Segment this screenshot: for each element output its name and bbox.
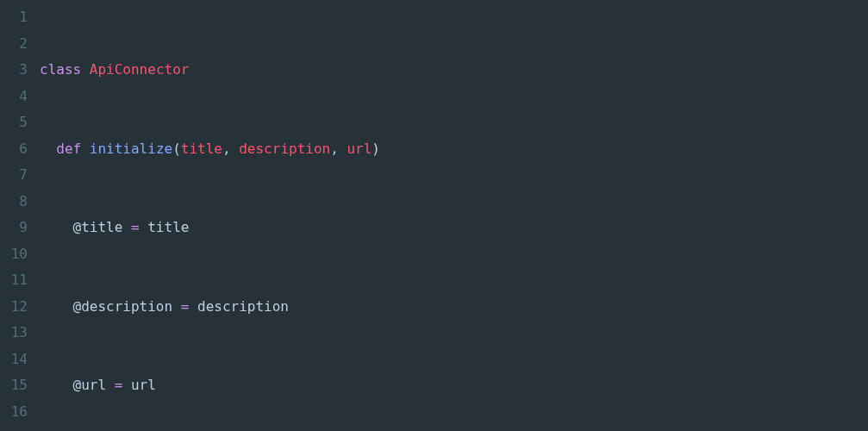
line-number: 5 (0, 109, 28, 136)
paren: ( (172, 141, 181, 157)
paren: ) (372, 141, 380, 157)
line-number: 13 (0, 320, 28, 347)
line-number-gutter: 1 2 3 4 5 6 7 8 9 10 11 12 13 14 15 16 (0, 0, 34, 431)
instance-variable: @description (73, 298, 173, 315)
instance-variable: @title (73, 219, 123, 235)
param: url (347, 141, 372, 157)
line-number: 2 (0, 31, 28, 58)
code-line[interactable]: @description = description (40, 294, 868, 321)
comma: , (222, 141, 239, 157)
line-number: 3 (0, 57, 28, 84)
keyword-def: def (56, 141, 81, 157)
identifier: url (131, 377, 156, 393)
operator: = (172, 298, 197, 315)
line-number: 12 (0, 294, 28, 321)
line-number: 6 (0, 136, 28, 163)
class-name: ApiConnector (90, 61, 190, 78)
operator: = (106, 377, 131, 393)
method-name: initialize (90, 141, 172, 157)
line-number: 14 (0, 347, 28, 373)
instance-variable: @url (73, 377, 107, 393)
line-number: 11 (0, 267, 28, 294)
comma: , (330, 141, 347, 157)
identifier: description (197, 298, 289, 315)
code-area[interactable]: class ApiConnector def initialize(title,… (34, 0, 868, 431)
line-number: 16 (0, 399, 28, 426)
operator: = (122, 219, 147, 235)
line-number: 10 (0, 241, 28, 268)
line-number: 1 (0, 4, 28, 31)
param: description (239, 141, 330, 157)
keyword-class: class (40, 61, 81, 78)
line-number: 7 (0, 162, 28, 189)
code-line[interactable]: def initialize(title, description, url) (40, 136, 868, 163)
identifier: title (147, 219, 189, 235)
code-line[interactable]: @url = url (40, 372, 868, 399)
line-number: 15 (0, 372, 28, 399)
code-line[interactable]: class ApiConnector (40, 57, 868, 84)
line-number: 8 (0, 189, 28, 216)
code-editor[interactable]: 1 2 3 4 5 6 7 8 9 10 11 12 13 14 15 16 c… (0, 0, 868, 431)
code-line[interactable]: @title = title (40, 215, 868, 241)
line-number: 4 (0, 84, 28, 110)
line-number: 9 (0, 215, 28, 241)
param: title (181, 141, 222, 157)
